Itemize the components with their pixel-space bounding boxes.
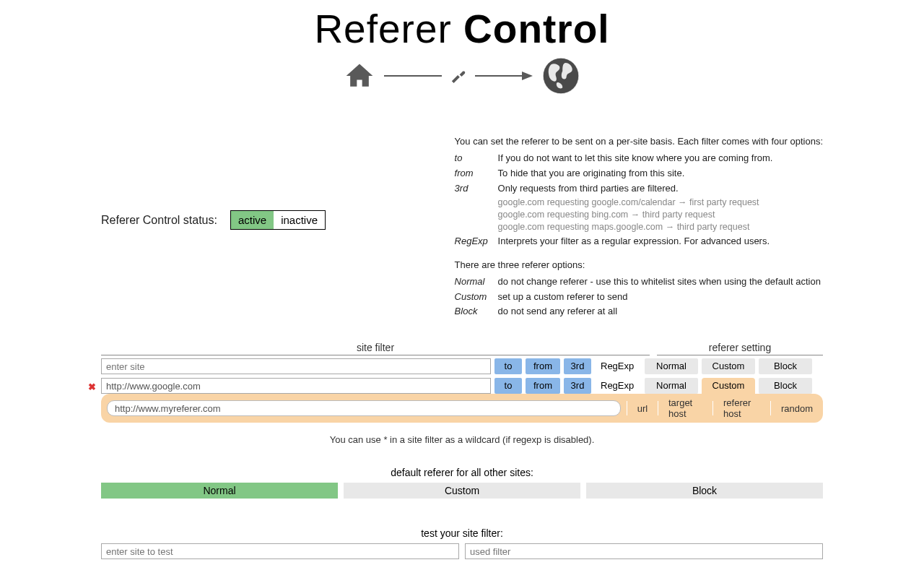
home-icon [344, 60, 375, 92]
help-custom-desc: set up a custom referer to send [498, 290, 823, 304]
help-section2: There are three referer options: [455, 259, 823, 272]
site-input-new[interactable] [101, 358, 491, 374]
wrench-icon [450, 68, 466, 84]
block-button[interactable]: Block [759, 358, 812, 374]
default-block-button[interactable]: Block [586, 483, 823, 499]
from-button[interactable]: from [526, 378, 560, 394]
status-label: Referer Control status: [101, 214, 217, 227]
line-icon [384, 72, 442, 80]
filter-row-1: ✖ to from 3rd RegExp Normal Custom Block [101, 378, 823, 394]
help-3rd-ex1: google.com requesting google.com/calenda… [498, 197, 823, 209]
help-intro: You can set the referer to be sent on a … [455, 135, 823, 149]
to-button[interactable]: to [494, 378, 522, 394]
help-block-term: Block [455, 305, 498, 319]
default-title: default referer for all other sites: [101, 467, 823, 478]
normal-button[interactable]: Normal [645, 378, 698, 394]
help-normal-desc: do not change referer - use this to whit… [498, 275, 823, 289]
title-part1: Referer [314, 7, 463, 51]
regexp-button[interactable]: RegExp [595, 378, 634, 394]
help-custom-term: Custom [455, 290, 498, 304]
title-part2: Control [463, 7, 610, 51]
page-title: Referer Control [14, 6, 910, 52]
default-normal-button[interactable]: Normal [101, 483, 338, 499]
svg-marker-2 [522, 72, 533, 80]
custom-target-host-button[interactable]: target host [664, 397, 707, 419]
help-text: You can set the referer to be sent on a … [455, 135, 910, 320]
third-button[interactable]: 3rd [564, 358, 591, 374]
custom-url-button[interactable]: url [633, 403, 652, 414]
normal-button[interactable]: Normal [645, 358, 698, 374]
status-toggle[interactable]: active inactive [230, 210, 326, 230]
help-3rd-ex3: google.com requesting maps.google.com → … [498, 221, 823, 233]
help-from-desc: To hide that you are originating from th… [498, 167, 823, 181]
regexp-button[interactable]: RegExp [595, 358, 634, 374]
status-active-button[interactable]: active [231, 211, 274, 229]
test-title: test your site filter: [101, 527, 823, 539]
help-to-desc: If you do not want to let this site know… [498, 152, 823, 165]
custom-referer-strip: url target host referer host random [101, 394, 823, 423]
delete-row-button[interactable]: ✖ [88, 381, 96, 392]
header-site-filter: site filter [101, 342, 650, 355]
filter-row-new: to from 3rd RegExp Normal Custom Block [101, 358, 823, 374]
wildcard-hint: You can use * in a site filter as a wild… [101, 434, 823, 445]
help-to-term: to [455, 152, 498, 165]
globe-icon [541, 56, 580, 95]
status-inactive-button[interactable]: inactive [274, 211, 325, 229]
block-button[interactable]: Block [759, 378, 812, 394]
help-3rd-ex2: google.com requesting bing.com → third p… [498, 209, 823, 221]
help-normal-term: Normal [455, 275, 498, 289]
arrow-icon [475, 70, 533, 82]
custom-random-button[interactable]: random [777, 403, 817, 414]
third-button[interactable]: 3rd [564, 378, 591, 394]
to-button[interactable]: to [494, 358, 522, 374]
help-regexp-desc: Interprets your filter as a regular expr… [498, 235, 823, 249]
custom-referer-input[interactable] [107, 400, 621, 416]
test-site-input[interactable] [101, 543, 459, 559]
test-used-filter-input[interactable] [465, 543, 823, 559]
custom-button-selected[interactable]: Custom [702, 378, 755, 394]
site-input-1[interactable] [101, 378, 491, 394]
help-from-term: from [455, 167, 498, 181]
help-3rd-desc: Only requests from third parties are fil… [498, 182, 823, 196]
from-button[interactable]: from [526, 358, 560, 374]
custom-referer-host-button[interactable]: referer host [719, 397, 764, 419]
custom-button[interactable]: Custom [702, 358, 755, 374]
default-custom-button[interactable]: Custom [344, 483, 580, 499]
help-regexp-term: RegExp [455, 235, 498, 249]
help-3rd-term: 3rd [455, 182, 498, 233]
help-block-desc: do not send any referer at all [498, 305, 823, 319]
banner-illustration [14, 56, 910, 95]
header-referer-setting: referer setting [657, 342, 823, 355]
